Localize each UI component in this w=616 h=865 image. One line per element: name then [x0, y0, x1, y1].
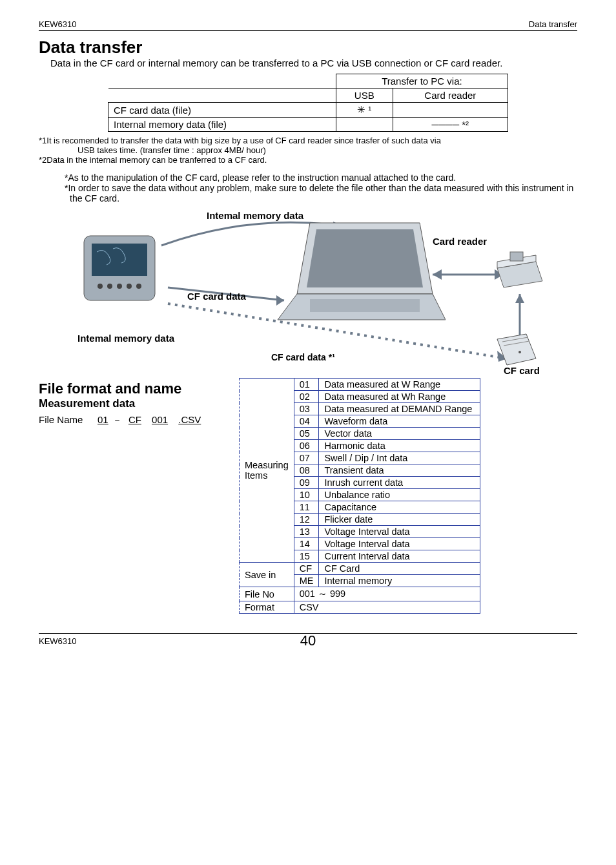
- mi-15-code: 15: [294, 550, 319, 563]
- fn-part1: 01: [98, 414, 108, 425]
- mi-13-code: 13: [294, 526, 319, 538]
- svg-marker-18: [307, 229, 423, 287]
- meter-icon: [77, 229, 174, 313]
- col-reader: Card reader: [393, 89, 508, 103]
- row1-reader: [393, 103, 508, 118]
- mi-14-code: 14: [294, 538, 319, 550]
- mi-08-desc: Transient data: [319, 464, 480, 477]
- note2: *2Data in the internal memory can be tra…: [39, 155, 577, 165]
- lbl-cfdata-bottom: CF card data *¹: [271, 352, 335, 362]
- transfer-table: Transfer to PC via: USB Card reader CF c…: [108, 74, 508, 132]
- file-name-example: File Name 01－ CF 001 .CSV: [39, 414, 226, 426]
- fn-part4: .CSV: [178, 414, 201, 425]
- mi-02-code: 02: [294, 391, 319, 403]
- fn-part3: 001: [152, 414, 168, 425]
- row1-label: CF card data (file): [108, 103, 336, 118]
- footer-left: KEW6310: [39, 636, 77, 646]
- measurement-data-heading: Measurement data: [39, 397, 226, 410]
- mi-04-code: 04: [294, 415, 319, 428]
- row2-usb: [336, 118, 393, 132]
- noteA: *As to the manipulation of the CF card, …: [65, 172, 577, 183]
- svg-point-15: [127, 284, 132, 289]
- mi-02-desc: Data measured at Wh Range: [319, 391, 480, 403]
- fileno-val: 001 ～ 999: [294, 587, 480, 601]
- col-usb: USB: [336, 89, 393, 103]
- note1a: *1It is recomended to transfer the data …: [39, 136, 577, 145]
- diagram: Intemal memory data CF card data Intemal…: [39, 210, 577, 378]
- mi-07-desc: Swell / Dip / Int data: [319, 452, 480, 464]
- page-number: 40: [300, 632, 316, 649]
- mi-06-code: 06: [294, 440, 319, 452]
- intro-text: Data in the CF card or internal memory c…: [50, 57, 577, 68]
- mi-05-desc: Vector data: [319, 428, 480, 440]
- row2-label: Internal memory data (file): [108, 118, 336, 132]
- mi-07-code: 07: [294, 452, 319, 464]
- mi-10-code: 10: [294, 489, 319, 501]
- fn-part2: CF: [128, 414, 141, 425]
- lbl-intmem-bottom: Intemal memory data: [77, 333, 174, 344]
- save-cf-code: CF: [294, 563, 319, 575]
- svg-marker-24: [497, 334, 536, 365]
- save-me-code: ME: [294, 575, 319, 587]
- mi-14-desc: Voltage Interval data: [319, 538, 480, 550]
- mi-05-code: 05: [294, 428, 319, 440]
- mi-03-desc: Data measured at DEMAND Range: [319, 403, 480, 415]
- measuring-items-table: Measuring Items 01 Data measured at W Ra…: [239, 378, 480, 614]
- svg-rect-20: [310, 299, 420, 312]
- fileno-label: File No: [240, 587, 294, 601]
- card-reader-icon: [491, 249, 549, 294]
- row1-usb: ✳ ¹: [336, 103, 393, 118]
- page-header: KEW6310 Data transfer: [39, 19, 577, 31]
- save-me-desc: Internal memory: [319, 575, 480, 587]
- page-footer: KEW6310 40: [39, 633, 577, 646]
- title: Data transfer: [39, 37, 577, 57]
- mi-10-desc: Unbalance ratio: [319, 489, 480, 501]
- mi-11-code: 11: [294, 501, 319, 514]
- mi-12-desc: Flicker date: [319, 514, 480, 526]
- lbl-cfcard: CF card: [504, 365, 540, 376]
- row2-reader: ──── *²: [393, 118, 508, 132]
- save-cf-desc: CF Card: [319, 563, 480, 575]
- lbl-intmem-top: Intemal memory data: [207, 210, 303, 221]
- mi-11-desc: Capacitance: [319, 501, 480, 514]
- svg-marker-9: [515, 294, 524, 303]
- mi-09-code: 09: [294, 477, 319, 489]
- fn-label: File Name: [39, 414, 83, 425]
- format-val: CSV: [294, 601, 480, 614]
- mi-01-desc: Data measured at W Range: [319, 379, 480, 391]
- svg-rect-23: [510, 252, 523, 261]
- header-left: KEW6310: [39, 19, 77, 29]
- svg-point-14: [117, 284, 122, 289]
- mi-12-code: 12: [294, 514, 319, 526]
- svg-point-27: [518, 351, 521, 353]
- lbl-cfdata: CF card data: [187, 291, 246, 302]
- mi-08-code: 08: [294, 464, 319, 477]
- meas-items-label: Measuring Items: [240, 379, 294, 563]
- transfer-head: Transfer to PC via:: [336, 74, 508, 89]
- header-right: Data transfer: [529, 19, 577, 29]
- lbl-cardreader: Card reader: [433, 236, 487, 247]
- laptop-icon: [265, 216, 446, 333]
- mi-13-desc: Voltage Interval data: [319, 526, 480, 538]
- mi-15-desc: Current Interval data: [319, 550, 480, 563]
- note1b: USB takes time. (transfer time : approx …: [77, 145, 577, 155]
- mi-01-code: 01: [294, 379, 319, 391]
- svg-point-12: [98, 284, 103, 289]
- mi-04-desc: Waveform data: [319, 415, 480, 428]
- svg-point-13: [107, 284, 112, 289]
- mi-03-code: 03: [294, 403, 319, 415]
- format-label: Format: [240, 601, 294, 614]
- mi-09-desc: Inrush current data: [319, 477, 480, 489]
- save-in-label: Save in: [240, 563, 294, 587]
- noteB: *In order to save the data without any p…: [65, 183, 577, 203]
- mi-06-desc: Harmonic data: [319, 440, 480, 452]
- svg-point-16: [136, 284, 141, 289]
- file-format-heading: File format and name: [39, 380, 226, 397]
